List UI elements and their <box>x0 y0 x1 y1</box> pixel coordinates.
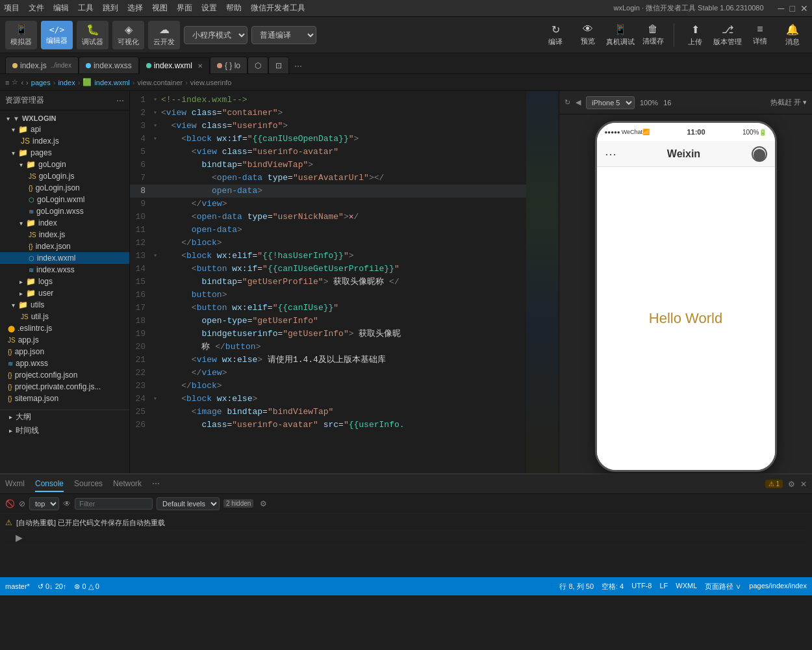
menu-item-edit[interactable]: 编辑 <box>53 3 69 14</box>
sidebar-item-sitemap[interactable]: {} sitemap.json <box>0 393 129 404</box>
tab-index-wxss[interactable]: index.wxss <box>79 57 139 73</box>
console-clear-icon[interactable]: 🚫 <box>5 499 15 508</box>
cloud-button[interactable]: ☁ 云开发 <box>148 21 180 49</box>
tab-split[interactable]: ⊡ <box>268 57 289 73</box>
sidebar-item-utiljs[interactable]: JS util.js <box>0 311 129 322</box>
menu-item-devtools[interactable]: 微信开发者工具 <box>251 3 305 14</box>
devtools-tab-more[interactable]: ⋯ <box>152 476 160 492</box>
tab-close-wxml[interactable]: ✕ <box>197 62 203 70</box>
sidebar-item-timeline[interactable]: ▸ 时间线 <box>0 424 129 437</box>
console-filter-icon[interactable]: ⊘ <box>19 499 25 508</box>
hotreload-label[interactable]: 热截赶 开 ▾ <box>770 98 807 107</box>
log-expand-arrow[interactable]: ▶ <box>16 532 23 543</box>
sidebar-item-api[interactable]: ▾ 📁 api <box>0 124 129 135</box>
sidebar-item-goLogin-js[interactable]: JS goLogin.js <box>0 170 129 182</box>
sidebar-root[interactable]: ▾ ▼ WXLOGIN <box>0 113 129 124</box>
compile-button[interactable]: ↻ 编译 <box>541 23 570 47</box>
maximize-button[interactable]: □ <box>790 3 795 14</box>
sidebar-item-goLogin-wxml[interactable]: ⬡ goLogin.wxml <box>0 194 129 205</box>
sidebar-item-index-wxml[interactable]: ⬡ index.wxml <box>0 252 129 264</box>
menu-item-settings[interactable]: 设置 <box>201 3 217 14</box>
editor-button[interactable]: </> 编辑器 <box>41 21 73 49</box>
sidebar-item-pages[interactable]: ▾ 📁 pages <box>0 147 129 159</box>
editor-scroll-area[interactable]: 1 ▾ <!--index.wxml--> 2 ▾ <view class="c… <box>130 91 526 473</box>
version-manage-button[interactable]: ⎇ 版本管理 <box>713 23 742 47</box>
sidebar-more[interactable]: ⋯ <box>116 96 124 105</box>
tab-index-wxml[interactable]: index.wxml ✕ <box>139 57 210 74</box>
status-page-path[interactable]: 页面路径 ∨ <box>705 582 741 592</box>
detail-button[interactable]: ≡ 详情 <box>746 23 774 46</box>
sidebar-item-goLogin[interactable]: ▾ 📁 goLogin <box>0 159 129 170</box>
tab-index-js[interactable]: index.js ../index <box>5 57 79 73</box>
real-machine-button[interactable]: 📱 真机调试 <box>606 23 635 47</box>
messages-button[interactable]: 🔔 消息 <box>778 23 807 47</box>
devtools-tab-console[interactable]: Console <box>35 476 64 492</box>
log-entry-arrow[interactable]: ▶ <box>5 530 807 545</box>
console-levels-select[interactable]: Default levels <box>157 497 220 510</box>
minimize-button[interactable]: ─ <box>778 3 785 14</box>
nav-back[interactable]: ≡ <box>5 79 9 86</box>
nav-bookmark[interactable]: ☆ <box>12 78 18 86</box>
nav-prev[interactable]: ‹ <box>21 79 23 86</box>
status-language[interactable]: WXML <box>676 582 697 592</box>
compile-select[interactable]: 普通编译 <box>251 26 316 44</box>
tab-more[interactable]: ⋯ <box>289 59 307 73</box>
sidebar-item-index-folder[interactable]: ▾ 📁 index <box>0 217 129 229</box>
menu-item-view[interactable]: 视图 <box>152 3 168 14</box>
sidebar-item-index-json[interactable]: {} index.json <box>0 240 129 252</box>
sidebar-item-index-wxss[interactable]: ≋ index.wxss <box>0 264 129 276</box>
clean-button[interactable]: 🗑 清缓存 <box>639 23 667 46</box>
sidebar-item-dashang[interactable]: ▸ 大纲 <box>0 410 129 424</box>
sidebar-item-api-indexjs[interactable]: JS index.js <box>0 135 129 147</box>
sync-status[interactable]: ↺ 0↓ 20↑ <box>38 582 66 591</box>
upload-button[interactable]: ⬆ 上传 <box>681 23 709 47</box>
phone-nav-record[interactable]: ⬤ <box>752 146 767 162</box>
console-eye-icon[interactable]: 👁 <box>63 499 71 508</box>
debugger-button[interactable]: 🐛 调试器 <box>77 21 108 49</box>
sidebar-item-appwxss[interactable]: ≋ app.wxss <box>0 358 129 369</box>
devtools-tab-wxml[interactable]: Wxml <box>5 476 25 492</box>
breadcrumb-container[interactable]: view.container <box>137 79 183 86</box>
tab-icons[interactable]: ⬡ <box>247 57 268 73</box>
menu-item-goto[interactable]: 跳到 <box>103 3 118 14</box>
sidebar-item-user[interactable]: ▸ 📁 user <box>0 287 129 299</box>
git-branch[interactable]: master* <box>5 582 30 590</box>
phone-nav-more[interactable]: ⋯ <box>605 147 616 161</box>
sidebar-item-projectconfig[interactable]: {} project.config.json <box>0 369 129 381</box>
devtools-close-icon[interactable]: ✕ <box>800 480 807 489</box>
devtools-tab-network[interactable]: Network <box>113 476 142 492</box>
breadcrumb-userinfo[interactable]: view.userinfo <box>190 79 232 86</box>
devtools-tab-sources[interactable]: Sources <box>74 476 103 492</box>
devtools-settings-icon[interactable]: ⚙ <box>788 480 795 489</box>
menu-item-file[interactable]: 文件 <box>29 3 44 14</box>
close-button[interactable]: ✕ <box>800 3 808 14</box>
nav-next[interactable]: › <box>26 79 29 86</box>
sidebar-item-projectprivate[interactable]: {} project.private.config.js... <box>0 381 129 393</box>
visual-button[interactable]: ◈ 可视化 <box>112 21 144 49</box>
sidebar-item-eslintrc[interactable]: ⬤ .eslintrc.js <box>0 322 129 334</box>
sidebar-item-goLogin-wxss[interactable]: ≋ goLogin.wxss <box>0 205 129 217</box>
sidebar-item-appjson[interactable]: {} app.json <box>0 346 129 358</box>
breadcrumb-index[interactable]: index <box>58 79 75 86</box>
menu-item-help[interactable]: 帮助 <box>226 3 242 14</box>
preview-refresh-icon[interactable]: ↻ <box>565 98 570 107</box>
sidebar-item-logs[interactable]: ▸ 📁 logs <box>0 276 129 287</box>
menu-item-interface[interactable]: 界面 <box>177 3 192 14</box>
menu-item-tools[interactable]: 工具 <box>78 3 94 14</box>
tab-log[interactable]: { } lo <box>210 57 247 73</box>
preview-back-icon[interactable]: ◀ <box>576 98 581 107</box>
mode-select[interactable]: 小程序模式 <box>184 26 247 44</box>
sidebar-item-index-js[interactable]: JS index.js <box>0 229 129 240</box>
menu-item-project[interactable]: 项目 <box>4 3 19 14</box>
breadcrumb-pages[interactable]: pages <box>31 79 51 86</box>
console-filter-input[interactable] <box>75 498 153 510</box>
console-context-select[interactable]: top <box>29 497 59 510</box>
menu-item-select[interactable]: 选择 <box>127 3 143 14</box>
device-select[interactable]: iPhone 5 iPhone 6 iPhone X <box>586 96 635 109</box>
breadcrumb-file[interactable]: index.wxml <box>94 79 129 86</box>
error-status[interactable]: ⊗ 0 △ 0 <box>74 582 99 591</box>
console-settings-icon[interactable]: ⚙ <box>260 499 267 508</box>
sidebar-item-utils[interactable]: ▾ 📁 utils <box>0 299 129 311</box>
simulator-button[interactable]: 📱 模拟器 <box>5 21 37 49</box>
sidebar-item-appjs[interactable]: JS app.js <box>0 334 129 346</box>
